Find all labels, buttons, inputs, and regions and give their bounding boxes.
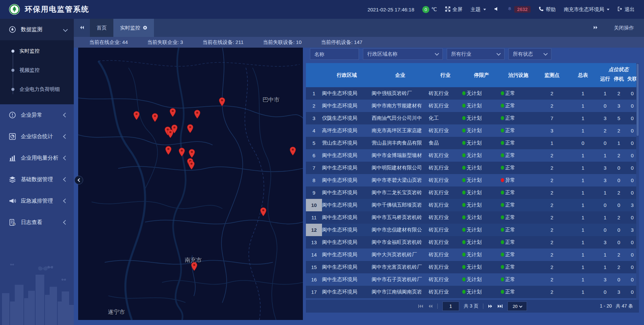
map-marker-pin-icon[interactable] [169,108,176,117]
map-marker-pin-icon[interactable] [187,124,194,133]
table-row[interactable]: 15阆中生态环境局阆中市光富页岩机砖厂砖瓦行业无计划正常21120 [306,261,639,273]
stop-cell: 5 [612,112,626,124]
table-row[interactable]: 7阆中生态环境局阆中明阳建材有限公司砖瓦行业无计划正常21300 [306,162,639,174]
sidebar-subitem[interactable]: 视频监控 [0,61,74,80]
map-marker-pin-icon[interactable] [194,110,201,119]
table-row[interactable]: 5营山生态环境局营山县润丰肉食品有限食品无计划正常10010 [306,137,639,149]
map-marker-pin-icon[interactable] [191,262,198,271]
facility-cell-label: 正常 [505,202,515,208]
stop-limit-cell: 无计划 [462,174,501,186]
tab-close-icon[interactable] [143,25,147,31]
first-page-button[interactable] [418,304,423,308]
tabs-scroll-right-button[interactable] [588,25,604,31]
speaker-icon [494,6,499,12]
sidebar-group-label: 应急减排管理 [21,198,64,205]
table-row[interactable]: 3仪陇生态环境局西南油气田分公司川中化工无计划正常71350 [306,112,639,124]
table-row[interactable]: 13阆中生态环境局阆中市金福旺页岩机砖砖瓦行业无计划正常21300 [306,236,639,249]
region-select[interactable]: 行政区域名称 [363,48,443,60]
sound-button[interactable] [494,6,499,12]
table-row[interactable]: 10阆中生态环境局阆中千佛镇五郎垭页岩砖瓦行业无计划正常21003 [306,199,639,211]
close-operations-button[interactable]: 关闭操作 [614,25,634,31]
pager-divider [437,304,438,309]
table-row[interactable]: 8阆中生态环境局阆中市枣碧大梁山页岩砖瓦行业无计划异常21300 [306,174,639,186]
table-row[interactable]: 16阆中生态环境局阆中市石子页岩机砖厂砖瓦行业无计划正常21300 [306,273,639,286]
tab-item[interactable]: 首页 [90,19,113,37]
company-cell: 阆中市二龙长宝页岩砖 [372,186,429,199]
sidebar-group-label: 数据监测 [21,26,64,33]
notification-button[interactable]: 2632 [507,6,531,13]
page-number-input[interactable] [442,302,459,311]
map-marker-pin-icon[interactable] [219,97,225,106]
region-cell: 营山生态环境局 [322,137,372,149]
map-marker-pin-icon[interactable] [178,148,185,157]
facility-cell-label: 正常 [505,214,515,220]
map-marker-pin-icon[interactable] [152,113,158,122]
sidebar-group-item[interactable]: 基础数据管理 [0,169,74,190]
theme-menu[interactable]: 主题 [471,6,486,13]
map-marker-pin-icon[interactable] [189,149,195,158]
help-button[interactable]: 帮助 [539,6,556,13]
stop-limit-cell-label: 无计划 [467,214,482,220]
sidebar-group-item[interactable]: 企业用电量分析 [0,147,74,169]
name-search-input[interactable] [310,48,359,60]
table-row[interactable]: 9阆中生态环境局阆中市二龙长宝页岩砖砖瓦行业无计划正常21120 [306,186,639,199]
tab-item[interactable]: 实时监控 [113,19,154,37]
page-size-select[interactable]: 20 [507,302,527,311]
table-row[interactable]: 14阆中生态环境局阆中大兴页岩机砖厂砖瓦行业无计划正常21120 [306,249,639,261]
map-marker-pin-icon[interactable] [188,161,195,170]
map-marker-pin-icon[interactable] [133,111,140,120]
map-marker-pin-icon[interactable] [289,147,296,156]
status-select[interactable]: 所有状态 [508,48,551,60]
filter-bar: 行政区域名称 所有行业 所有状态 [306,48,639,60]
table-row[interactable]: 1阆中生态环境局阆中强锐页岩砖厂砖瓦行业无计划正常21120 [306,87,639,100]
fullscreen-button[interactable]: 全屏 [445,6,463,13]
table-row[interactable]: 17阆中生态环境局阆中市江南镇阆南页岩砖瓦行业无计划正常21030 [306,286,639,298]
region-cell: 阆中生态环境局 [322,199,372,211]
status-dot-green-icon [462,141,466,145]
map-panel[interactable]: 巴中市南充市遂宁市 [78,48,303,320]
column-header: 行业 [429,63,462,87]
table-row[interactable]: 12阆中生态环境局阆中市忠信建材有限公砖瓦行业无计划正常21003 [306,224,639,236]
table-scrollbar[interactable] [636,63,639,300]
last-page-button[interactable] [497,304,503,308]
tabs-scroll-left-button[interactable] [74,19,90,37]
industry-select[interactable]: 所有行业 [447,48,504,60]
help-label: 帮助 [546,6,556,13]
map-marker-pin-icon[interactable] [165,146,172,155]
sidebar-subitem[interactable]: 实时监控 [0,42,74,61]
sidebar-group-item[interactable]: 企业综合统计 [0,126,74,147]
sidebar-group-item[interactable]: 企业异常 [0,104,74,126]
sidebar-group-item[interactable]: 日志查看 [0,212,74,233]
table-row[interactable]: 11阆中生态环境局阆中市五马桥页岩机砖砖瓦行业无计划正常21120 [306,211,639,224]
chevron-left-icon [63,199,68,203]
collapse-panel-button[interactable] [74,176,83,184]
table-row[interactable]: 2阆中生态环境局阆中市南方节能建材有砖瓦行业无计划正常21030 [306,100,639,112]
next-page-button[interactable] [488,304,493,308]
sidebar-subitem[interactable]: 企业电力负荷明细 [0,80,74,99]
scrollbar-thumb[interactable] [637,64,639,136]
table-row[interactable]: 4高坪生态环境局南充市高坪区王家店建砖瓦行业无计划正常31220 [306,124,639,137]
stop-cell: 3 [612,286,626,298]
meters-cell: 1 [568,100,598,112]
facility-cell-label: 正常 [505,264,515,270]
sidebar-subitem-label: 企业电力负荷明细 [19,86,60,93]
stop-limit-cell-label: 无计划 [467,189,482,195]
facility-cell: 正常 [501,186,536,199]
prev-page-button[interactable] [428,304,433,308]
sidebar-group-item[interactable]: 应急减排管理 [0,190,74,212]
facility-cell-label: 正常 [505,140,515,146]
sidebar-group-item[interactable]: 数据监测 [0,19,74,40]
sidebar-group: 基础数据管理 [0,169,74,190]
user-org-menu[interactable]: 南充市生态环境局 [564,6,609,13]
temperature-unit: ℃ [431,6,437,12]
run-cell: 3 [598,273,612,286]
map-marker-pin-icon[interactable] [171,124,178,133]
logout-button[interactable]: 退出 [618,6,635,13]
map-marker-pin-icon[interactable] [260,207,267,216]
facility-cell-label: 正常 [505,289,515,294]
status-dot-green-icon [501,116,504,120]
row-number-cell: 12 [306,224,322,236]
industry-cell: 砖瓦行业 [429,273,462,286]
chevron-down-icon [496,51,501,56]
table-row[interactable]: 6阆中生态环境局阆中市金博瑞新型墙材砖瓦行业无计划正常21120 [306,149,639,162]
